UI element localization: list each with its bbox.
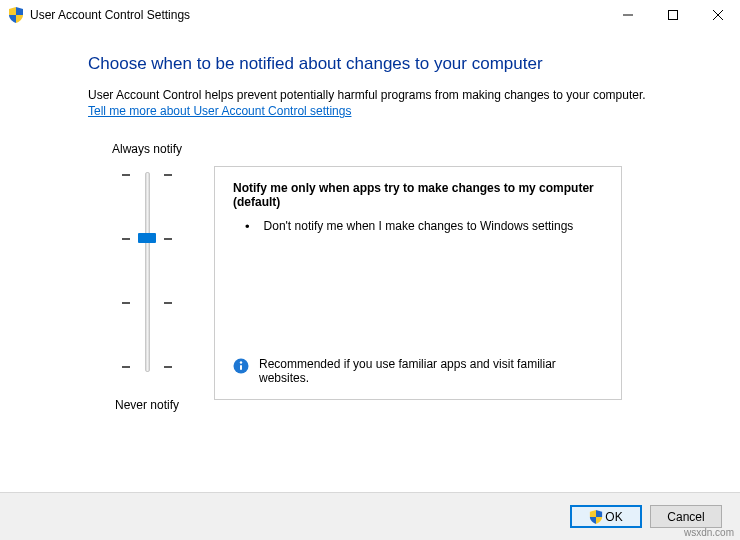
ok-button-label: OK <box>605 510 622 524</box>
minimize-button[interactable] <box>605 0 650 29</box>
close-icon <box>713 10 723 20</box>
info-icon <box>233 358 249 374</box>
uac-shield-icon <box>589 510 603 524</box>
recommendation-text: Recommended if you use familiar apps and… <box>259 357 603 385</box>
slider-tick <box>122 366 172 368</box>
titlebar: User Account Control Settings <box>0 0 740 30</box>
maximize-icon <box>668 10 678 20</box>
notification-level-slider[interactable] <box>122 168 172 388</box>
slider-thumb[interactable] <box>138 233 156 243</box>
cancel-button-label: Cancel <box>667 510 704 524</box>
slider-zone: Always notify Never notify Notify me onl… <box>88 142 700 412</box>
page-heading: Choose when to be notified about changes… <box>88 54 700 74</box>
watermark: wsxdn.com <box>684 527 734 538</box>
maximize-button[interactable] <box>650 0 695 29</box>
slider-tick <box>122 302 172 304</box>
slider-column: Always notify Never notify <box>88 142 206 412</box>
bullet-dot-icon: • <box>245 219 250 234</box>
slider-track <box>145 172 150 372</box>
svg-point-6 <box>240 361 242 363</box>
recommendation-row: Recommended if you use familiar apps and… <box>233 357 603 385</box>
slider-top-label: Always notify <box>112 142 182 156</box>
cancel-button[interactable]: Cancel <box>650 505 722 528</box>
page-description: User Account Control helps prevent poten… <box>88 88 700 102</box>
uac-shield-icon <box>8 7 24 23</box>
window-buttons <box>605 0 740 29</box>
svg-rect-5 <box>240 365 242 370</box>
level-bullet-text: Don't notify me when I make changes to W… <box>264 219 603 234</box>
level-description-panel: Notify me only when apps try to make cha… <box>214 166 622 400</box>
slider-tick <box>122 174 172 176</box>
close-button[interactable] <box>695 0 740 29</box>
ok-button[interactable]: OK <box>570 505 642 528</box>
svg-rect-1 <box>668 10 677 19</box>
window-title: User Account Control Settings <box>30 8 190 22</box>
content-area: Choose when to be notified about changes… <box>0 30 740 412</box>
footer-bar: OK Cancel <box>0 492 740 540</box>
minimize-icon <box>623 10 633 20</box>
learn-more-link[interactable]: Tell me more about User Account Control … <box>88 104 351 118</box>
slider-bottom-label: Never notify <box>115 398 179 412</box>
level-bullet: • Don't notify me when I make changes to… <box>245 219 603 234</box>
level-title: Notify me only when apps try to make cha… <box>233 181 603 209</box>
